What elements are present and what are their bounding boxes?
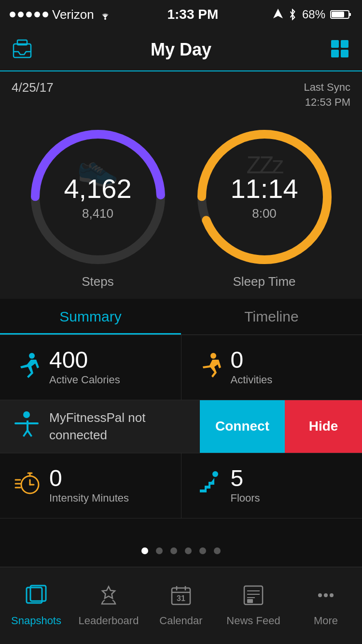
leaderboard-label: Leaderboard [79, 615, 139, 627]
floors-cell[interactable]: 5 Floors [181, 453, 362, 518]
nav-item-calendar[interactable]: 31 Calendar [145, 567, 217, 644]
running-icon-orange [195, 352, 221, 378]
snapshots-svg-icon [26, 585, 47, 606]
svg-point-42 [330, 593, 334, 597]
active-calories-icon [14, 352, 40, 383]
svg-rect-7 [331, 40, 339, 48]
more-svg-icon [315, 585, 336, 606]
svg-point-16 [210, 353, 216, 359]
nav-icon-right[interactable] [329, 38, 350, 61]
sync-text: Last Sync 12:53 PM [304, 80, 350, 110]
battery-pct: 68% [302, 8, 325, 21]
steps-value: 4,162 [64, 173, 131, 204]
sleep-circle: ZZz 11:14 8:00 [192, 125, 337, 269]
tab-summary[interactable]: Summary [0, 299, 181, 335]
mfp-message: MyFitnessPal not connected [49, 409, 186, 444]
grid-icon [329, 38, 350, 59]
svg-rect-4 [332, 12, 344, 17]
floors-text: 5 Floors [231, 467, 260, 504]
leaderboard-icon [98, 585, 119, 611]
nav-title: My Day [151, 40, 211, 60]
steps-widget[interactable]: 👟 4,162 8,410 Steps [26, 125, 170, 289]
date-label: 4/25/17 [12, 80, 54, 95]
page-dot-0[interactable] [141, 547, 148, 554]
svg-marker-1 [273, 9, 283, 18]
running-icon-cyan [14, 352, 40, 378]
battery-icon [330, 9, 352, 20]
nav-icon-left[interactable] [12, 38, 33, 61]
active-calories-value: 400 [49, 349, 120, 372]
wifi-icon [98, 9, 112, 20]
more-label: More [314, 615, 338, 627]
steps-goal: 8,410 [64, 206, 131, 221]
mfp-connect-button[interactable]: Connect [200, 400, 285, 453]
page-dot-4[interactable] [199, 547, 206, 554]
svg-point-40 [318, 593, 322, 597]
page-dot-1[interactable] [156, 547, 163, 554]
nav-item-leaderboard[interactable]: Leaderboard [72, 567, 145, 644]
steps-center: 4,162 8,410 [64, 173, 131, 221]
nav-header: My Day [0, 29, 362, 71]
active-calories-text: 400 Active Calories [49, 349, 120, 386]
mfp-figure-icon [14, 411, 40, 437]
steps-label: Steps [82, 274, 114, 289]
svg-rect-39 [247, 599, 253, 603]
circles-section: 👟 4,162 8,410 Steps ZZz 11:14 8:00 Sleep… [0, 115, 362, 299]
activities-text: 0 Activities [231, 349, 273, 386]
nav-item-snapshots[interactable]: Snapshots [0, 567, 72, 644]
svg-rect-8 [341, 40, 348, 48]
bluetooth-icon [288, 9, 297, 20]
tab-timeline[interactable]: Timeline [181, 299, 362, 335]
svg-point-27 [212, 471, 218, 477]
snapshots-label: Snapshots [11, 615, 61, 627]
mfp-icon [14, 411, 40, 442]
newsfeed-svg-icon [243, 585, 264, 606]
mfp-hide-button[interactable]: Hide [285, 400, 362, 453]
active-calories-label: Active Calories [49, 374, 120, 386]
calendar-icon: 31 [170, 585, 192, 611]
bottom-nav: Snapshots Leaderboard 31 Calendar [0, 567, 362, 644]
svg-rect-10 [341, 50, 348, 57]
calendar-svg-icon: 31 [170, 585, 192, 606]
activities-label: Activities [231, 374, 273, 386]
intensity-icon [14, 470, 40, 501]
activities-cell[interactable]: 0 Activities [181, 335, 362, 400]
newsfeed-icon [243, 585, 264, 611]
mfp-info: MyFitnessPal not connected [0, 400, 200, 453]
snapshots-icon [26, 585, 47, 611]
page-dots [0, 518, 362, 569]
sleep-value: 11:14 [230, 173, 298, 204]
svg-point-41 [324, 593, 328, 597]
active-calories-cell[interactable]: 400 Active Calories [0, 335, 181, 400]
page-dot-5[interactable] [214, 547, 221, 554]
activities-value: 0 [231, 349, 273, 372]
stats-row-2: 0 Intensity Minutes 5 Floors [0, 453, 362, 518]
sleep-center: 11:14 8:00 [230, 173, 298, 221]
status-bar: Verizon 1:33 PM 68% [0, 0, 362, 29]
sleep-widget[interactable]: ZZz 11:14 8:00 Sleep Time [192, 125, 337, 289]
status-time: 1:33 PM [167, 7, 218, 22]
page-dot-2[interactable] [170, 547, 177, 554]
floors-icon [195, 470, 221, 501]
intensity-minutes-cell[interactable]: 0 Intensity Minutes [0, 453, 181, 518]
inbox-icon [12, 38, 33, 59]
more-icon [315, 585, 336, 611]
status-left: Verizon [10, 7, 112, 22]
stats-row-1: 400 Active Calories 0 Activities [0, 335, 362, 400]
location-icon [273, 9, 283, 20]
svg-rect-3 [349, 13, 351, 16]
leaderboard-svg-icon [98, 585, 119, 606]
svg-rect-9 [331, 50, 339, 57]
page-dot-3[interactable] [185, 547, 192, 554]
nav-item-newsfeed[interactable]: News Feed [217, 567, 290, 644]
stopwatch-icon [14, 470, 40, 496]
svg-text:31: 31 [177, 594, 185, 602]
svg-rect-5 [14, 44, 31, 57]
nav-item-more[interactable]: More [290, 567, 362, 644]
svg-rect-35 [244, 586, 263, 604]
newsfeed-label: News Feed [226, 615, 280, 627]
stats-grid: 400 Active Calories 0 Activities [0, 335, 362, 518]
steps-circle: 👟 4,162 8,410 [26, 125, 170, 269]
mfp-row: MyFitnessPal not connected Connect Hide [0, 400, 362, 453]
carrier-label: Verizon [52, 7, 94, 22]
